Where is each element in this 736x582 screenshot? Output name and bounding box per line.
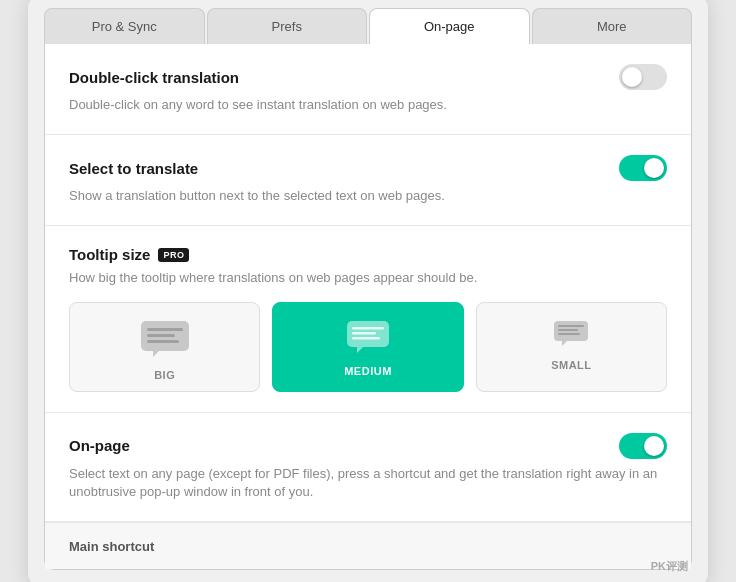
on-page-desc: Select text on any page (except for PDF …	[69, 465, 667, 501]
bubble-icon-small	[552, 319, 590, 349]
svg-marker-9	[357, 347, 363, 353]
size-options: BIG MEDIUM	[69, 302, 667, 392]
size-option-medium[interactable]: MEDIUM	[272, 302, 463, 392]
svg-rect-12	[558, 329, 578, 331]
svg-rect-3	[147, 340, 179, 343]
tab-pro-sync[interactable]: Pro & Sync	[44, 8, 205, 44]
tooltip-size-title: Tooltip size PRO	[69, 246, 189, 263]
bubble-icon-medium	[345, 319, 391, 355]
double-click-desc: Double-click on any word to see instant …	[69, 96, 667, 114]
svg-marker-14	[562, 341, 567, 346]
svg-marker-4	[153, 351, 159, 357]
shortcut-section: Main shortcut	[45, 522, 691, 569]
on-page-title: On-page	[69, 437, 130, 454]
double-click-section: Double-click translation Double-click on…	[45, 44, 691, 135]
tab-prefs[interactable]: Prefs	[207, 8, 368, 44]
select-translate-desc: Show a translation button next to the se…	[69, 187, 667, 205]
bubble-icon-big	[139, 319, 191, 359]
select-translate-section: Select to translate Show a translation b…	[45, 135, 691, 226]
svg-rect-1	[147, 328, 183, 331]
on-page-section: On-page Select text on any page (except …	[45, 413, 691, 522]
pro-badge: PRO	[158, 248, 189, 262]
double-click-title: Double-click translation	[69, 69, 239, 86]
svg-rect-2	[147, 334, 175, 337]
select-translate-toggle[interactable]	[619, 155, 667, 181]
svg-rect-7	[352, 332, 376, 335]
double-click-toggle[interactable]	[619, 64, 667, 90]
watermark: PK评测	[651, 559, 688, 574]
svg-rect-13	[558, 333, 580, 335]
svg-rect-8	[352, 337, 380, 340]
content-area: Double-click translation Double-click on…	[44, 44, 692, 570]
tab-more[interactable]: More	[532, 8, 693, 44]
size-big-label: BIG	[154, 369, 175, 381]
tooltip-size-section: Tooltip size PRO How big the tooltip whe…	[45, 226, 691, 412]
tab-bar: Pro & Sync Prefs On-page More	[28, 0, 708, 44]
tab-on-page[interactable]: On-page	[369, 8, 530, 44]
select-translate-title: Select to translate	[69, 160, 198, 177]
svg-rect-6	[352, 327, 384, 330]
size-option-big[interactable]: BIG	[69, 302, 260, 392]
shortcut-title: Main shortcut	[69, 539, 154, 554]
size-small-label: SMALL	[551, 359, 591, 371]
size-option-small[interactable]: SMALL	[476, 302, 667, 392]
tooltip-size-desc: How big the tooltip where translations o…	[69, 269, 667, 287]
on-page-toggle[interactable]	[619, 433, 667, 459]
size-medium-label: MEDIUM	[344, 365, 392, 377]
svg-rect-11	[558, 325, 584, 327]
